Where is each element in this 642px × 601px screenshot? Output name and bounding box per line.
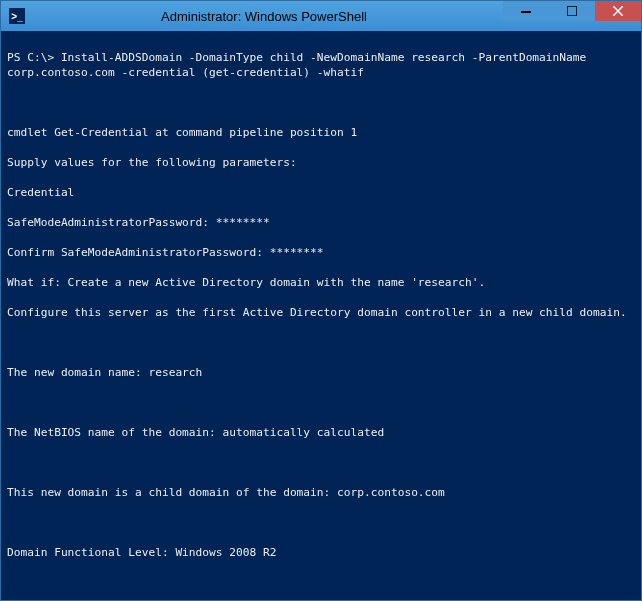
console-blank: [7, 455, 635, 470]
console-blank: [7, 575, 635, 590]
console-line: The new domain name: research: [7, 365, 635, 380]
console-line: Configure this server as the first Activ…: [7, 305, 635, 320]
console-area[interactable]: PS C:\> Install-ADDSDomain -DomainType c…: [1, 31, 641, 600]
console-line: Credential: [7, 185, 635, 200]
minimize-icon: [521, 6, 531, 16]
console-line: Supply values for the following paramete…: [7, 155, 635, 170]
svg-rect-1: [567, 6, 577, 16]
maximize-icon: [567, 6, 577, 16]
titlebar[interactable]: >_ Administrator: Windows PowerShell: [1, 1, 641, 31]
window-title: Administrator: Windows PowerShell: [25, 9, 503, 24]
window-controls: [503, 1, 641, 31]
console-line: The NetBIOS name of the domain: automati…: [7, 425, 635, 440]
console-line: Domain Functional Level: Windows 2008 R2: [7, 545, 635, 560]
console-blank: [7, 395, 635, 410]
powershell-window: >_ Administrator: Windows PowerShell PS …: [0, 0, 642, 601]
console-line: This new domain is a child domain of the…: [7, 485, 635, 500]
minimize-button[interactable]: [503, 1, 549, 21]
console-line: Confirm SafeModeAdministratorPassword: *…: [7, 245, 635, 260]
console-line: PS C:\> Install-ADDSDomain -DomainType c…: [7, 50, 635, 80]
console-blank: [7, 515, 635, 530]
svg-rect-0: [521, 11, 531, 13]
close-icon: [613, 6, 623, 16]
console-line: SafeModeAdministratorPassword: ********: [7, 215, 635, 230]
console-line: What if: Create a new Active Directory d…: [7, 275, 635, 290]
powershell-icon: >_: [9, 8, 25, 24]
console-blank: [7, 95, 635, 110]
console-line: cmdlet Get-Credential at command pipelin…: [7, 125, 635, 140]
close-button[interactable]: [595, 1, 641, 21]
maximize-button[interactable]: [549, 1, 595, 21]
console-blank: [7, 335, 635, 350]
